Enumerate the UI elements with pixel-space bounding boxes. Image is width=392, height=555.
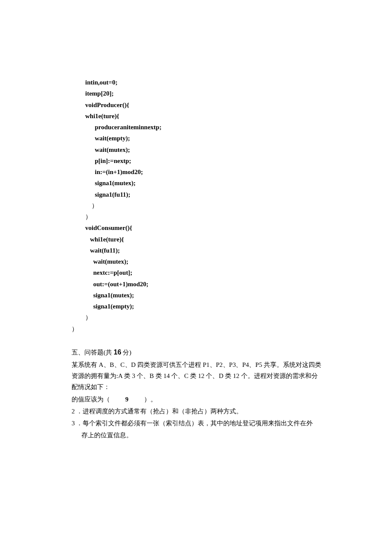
code-line: voidConsumer(){ [85,222,324,233]
document-page: intin,out=0; itemp[20]; voidProducer(){ … [0,0,392,555]
list-item-3-cont: 存上的位置信息。 [72,430,324,441]
heading-points: 16 [114,349,121,356]
code-line: whi1e(ture){ [85,234,324,245]
heading-suffix: 分) [121,349,132,356]
code-line: ） [85,312,324,323]
code-line: intin,out=0; [85,77,324,88]
code-line: ） [85,200,324,211]
code-line: ） [72,323,324,334]
section-5-heading: 五、问答题(共 16 分) [72,346,324,358]
blank-answer-line: 的值应该为（9）。 [72,394,324,405]
code-line: produceraniteminnextp; [85,122,324,133]
code-line: itemp[20]; [85,88,324,99]
code-block: intin,out=0; itemp[20]; voidProducer(){ … [85,77,324,323]
code-line: ） [85,211,324,222]
code-line: out:=(out+1)mod20; [85,279,324,290]
code-line: voidProducer(){ [85,99,324,110]
code-line: signa1(mutex); [85,290,324,301]
code-line: nextc:=p[out]; [85,267,324,278]
blank-suffix: ）。 [144,396,157,403]
heading-prefix: 五、问答题(共 [72,349,114,356]
code-line: wait(empty); [85,133,324,144]
code-line: wait(mutex); [85,256,324,267]
list-item-2: 2 ．进程调度的方式通常有（抢占）和（非抢占）两种方式。 [72,406,324,417]
blank-value: 9 [125,396,129,403]
code-line: signa1(mutex); [85,177,324,189]
code-line: wait(mutex); [85,144,324,155]
code-line: whi1e(ture){ [85,110,324,122]
blank-prefix: 的值应该为（ [72,396,110,403]
code-line: in:=(in+1)mod20; [85,166,324,177]
code-line: signa1(fu11); [85,189,324,200]
question-paragraph: 某系统有 A、B、C、D 四类资源可供五个进程 P1、P2、P3、P4、P5 共… [72,359,324,393]
code-line: signa1(empty); [85,301,324,312]
code-line: wait(fu11); [85,245,324,256]
list-item-3: 3 ．每个索引文件都必须有一张（索引结点）表，其中的地址登记项用来指出文件在外 [72,418,324,429]
code-line: p[in]:=nextp; [85,155,324,166]
